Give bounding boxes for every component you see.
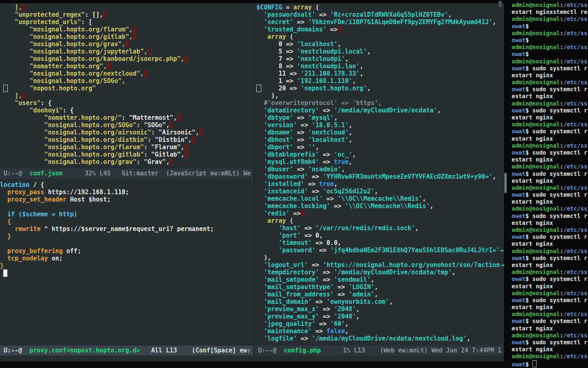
code-line: "nosignal.hopto.org/flarum": "Flarum",: [0, 144, 253, 151]
code-line: 11 => '211.108.178.33',: [256, 70, 506, 77]
code-line: owat$ sudo systemctl r: [512, 86, 588, 93]
code-line: admin@nosignal:/etc/ss: [512, 121, 588, 128]
code-line: estart nginx: [512, 177, 588, 184]
code-line: rewrite ^ https://$server_name$request_u…: [0, 225, 253, 233]
code-line: 7 => 'nextcloudpi',: [256, 55, 506, 63]
code-line: "nosignal.hopto.org/distbin": "Distbin",: [0, 136, 253, 144]
code-line: 'mail_smtpmode' => 'sendmail',: [256, 276, 506, 283]
code-line: tcp_nodelay on;: [0, 255, 253, 262]
code-line: 20 => 'nopost.hopto.org',: [256, 85, 506, 92]
code-line: 0 => 'localhost',: [256, 40, 506, 48]
code-line: 'mail_smtpauthtype' => 'LOGIN',: [256, 283, 506, 291]
code-line: owat$ sudo systemctl r: [512, 191, 588, 198]
code-line: owat$: [512, 360, 588, 367]
code-line: "nosignal.hopto.org/flarum",: [0, 26, 253, 33]
code-line: admin@nosignal:/etc/ss: [512, 44, 588, 51]
modeline-proxy-conf: U:--@ proxy.conf<nopost.hopto.org.d> All…: [0, 346, 253, 355]
code-line: admin@nosignal:/etc/ss: [512, 248, 588, 255]
code-line: ),: [256, 254, 506, 261]
modeline-config-php: U:--@ config.php 1% L13 (Web ew:mnLt) We…: [254, 346, 504, 355]
code-line: admin@nosignal:/etc/ss: [512, 227, 588, 233]
code-line: owat$ sudo systemctl r: [512, 107, 588, 114]
code-line: "users": {: [0, 99, 253, 107]
code-line: estart nginx: [512, 325, 588, 332]
code-line: 'memcache.local' => '\\OC\\Memcache\\Red…: [256, 195, 506, 202]
code-line: 'version' => '18.0.5.1',: [256, 121, 506, 129]
modeline-conf-json: U:--@ conf.json 32% L45 Git:master (Java…: [0, 168, 253, 179]
code-line: 8 => 'nextcloudpi.lan',: [256, 63, 506, 70]
code-line: 'host' => '/var/run/redis/redis.sock',: [256, 224, 506, 232]
buffer-config-php[interactable]: $CONFIG = array ( 'passwordsalt' => 'Rc+…: [254, 4, 506, 345]
code-line: proxy_pass https://192.168.1.110;: [0, 188, 253, 196]
code-line: 'mysql.utf8mb4' => true,: [256, 158, 506, 166]
code-line: owat$ sudo systemctl r: [512, 128, 588, 135]
code-line: admin@nosignal:/etc/ss: [512, 2, 588, 9]
code-line: "nomatter.hopto.org",: [0, 63, 253, 70]
code-line: proxy_buffering off;: [0, 247, 253, 255]
code-line: "nosignal.hopto.org/jupyterlab",: [0, 48, 253, 55]
code-line: owat$ sudo systemctl r: [512, 171, 588, 177]
active-text-cursor: [3, 269, 7, 277]
code-line: if ($scheme = http): [0, 211, 253, 218]
code-line: location / {: [0, 181, 253, 188]
trailing-whitespace-mark: [180, 164, 183, 165]
code-line: admin@nosignal:/etc/ss: [512, 205, 588, 212]
code-line: 'timeout' => 0.0,: [256, 239, 506, 247]
code-line: "nosignal.hopto.org/grav",: [0, 40, 253, 48]
code-line: admin@nosignal:/etc/ss: [512, 353, 588, 360]
code-line: admin@nosignal:/etc/ss: [512, 58, 588, 65]
code-line: owat$: [512, 23, 588, 30]
code-line: estart nginx: [512, 220, 588, 227]
code-line: estart nginx: [512, 156, 588, 163]
code-line: ),: [256, 92, 506, 99]
code-line: admin@nosignal:/etc/ss: [512, 163, 588, 170]
code-line: owat$: [512, 51, 588, 58]
code-line: 'dbtableprefix' => 'oc_',: [256, 151, 506, 158]
terminal-output[interactable]: admin@nosignal:/etc/ssestart nginxstemct…: [512, 2, 588, 368]
buffer-conf-json[interactable]: ], "unprotected_regex": [], "unprotected…: [0, 4, 253, 166]
code-line: ],: [0, 92, 253, 99]
emacs-scrollbar-thumb[interactable]: [499, 1, 502, 7]
code-line: 'logfile' => '/media/myCloudDrive/ncdata…: [256, 335, 506, 342]
code-line: estart nginxstemctl re: [512, 9, 588, 16]
code-line: "unprotected_regex": [],: [0, 11, 253, 18]
code-line: 'port' => 0,: [256, 232, 506, 239]
code-line: admin@nosignal:/etc/ss: [512, 269, 588, 276]
code-line: "nosignal.hopto.org/gitlab",: [0, 33, 253, 40]
code-line: estart nginx: [512, 262, 588, 269]
code-line: "nopost.hopto.org": [0, 85, 253, 92]
terminal-cursor: [532, 360, 537, 367]
terminal-scrollbar-thumb[interactable]: [504, 173, 507, 193]
line-truncation-arrow: →: [500, 247, 503, 254]
code-line: owat$ sudo systemctl r: [512, 213, 588, 220]
code-line: 'maintenance' => false,: [256, 328, 506, 335]
code-line: array (: [256, 33, 506, 40]
code-line: 'dbpassword' => 'YYHRvwAFR3muntxMpeseZeV…: [256, 173, 506, 180]
code-line: 1 => '192.168.1.110',: [256, 77, 506, 85]
code-line: 5 => 'nextcloudpi.local',: [256, 48, 506, 55]
code-line: 'preview_max_x' => '2048',: [256, 305, 506, 313]
code-line: owat$ sudo systemctl r: [512, 297, 588, 304]
code-line: 'passwordsalt' => 'Rc+crozalDTdRWVXaGq55…: [256, 11, 506, 18]
code-line: "unprotected_urls": [: [0, 18, 253, 26]
code-line: admin@nosignal:/etc/ss: [512, 142, 588, 149]
code-line: owat$ sudo systemctl r: [512, 318, 588, 325]
code-line: 'dbport' => '',: [256, 144, 506, 151]
code-line: [0, 240, 253, 247]
code-line: }: [0, 233, 253, 240]
code-line: [0, 203, 253, 211]
code-line: [0, 269, 253, 277]
code-line: 'redis' =>: [256, 210, 506, 217]
code-line: 'mail_domain' => 'ownyourbits.com',: [256, 298, 506, 305]
code-line: estart nginx: [512, 93, 588, 100]
buffer-proxy-conf[interactable]: location / { proxy_pass https://192.168.…: [0, 181, 253, 279]
code-line: 'trusted_domains' =>: [256, 26, 506, 33]
code-line: 'dbhost' => 'localhost',: [256, 136, 506, 144]
code-line: #'overwriteprotocol' => 'https',: [256, 99, 506, 107]
inactive-window-cursor: [256, 85, 261, 92]
code-line: 'instanceid' => 'oc5q256d12u2',: [256, 188, 506, 195]
code-line: admin@nosignal:/etc/ss: [512, 30, 588, 37]
code-line: owat$ sudo systemctl r: [512, 255, 588, 262]
code-line: 'dbuser' => 'ncadmin',: [256, 166, 506, 173]
code-line: "nosignal.hopto.org/grav": "Grav",: [0, 158, 253, 166]
